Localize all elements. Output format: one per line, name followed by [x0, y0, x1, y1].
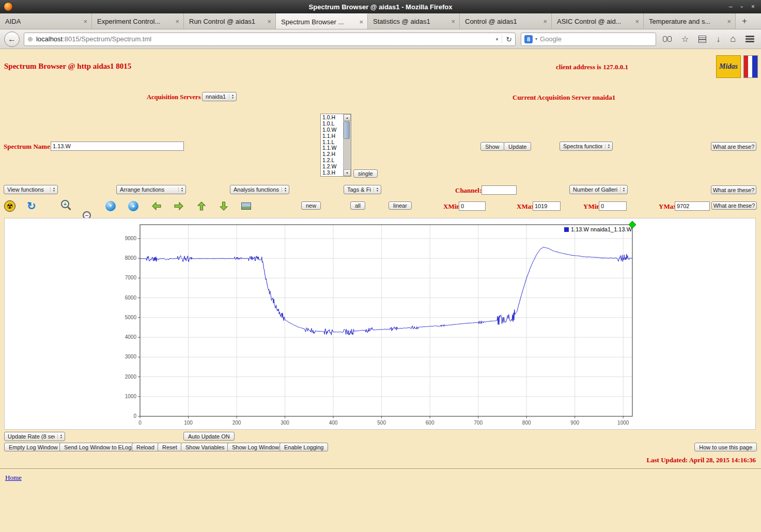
tags-fits-select[interactable]: Tags & Fits ▲▼ [344, 185, 381, 194]
tab-close-icon[interactable]: × [267, 18, 271, 25]
tab-label: Statistics @ aidas1 [373, 18, 430, 25]
ymax-input[interactable] [675, 201, 710, 211]
close-button[interactable]: × [751, 3, 755, 10]
window-titlebar: Spectrum Browser @ aidas1 - Mozilla Fire… [0, 0, 761, 13]
tab-close-icon[interactable]: × [359, 18, 363, 26]
gallery-icon[interactable] [241, 199, 251, 213]
tab-bar: AIDA × Experiment Control... × Run Contr… [0, 13, 761, 29]
find-icon[interactable] [663, 36, 672, 42]
reload-icon[interactable]: ↻ [502, 35, 512, 43]
tab-temperature[interactable]: Temperature and s... × [644, 13, 736, 29]
svg-text:1.13.W nnaida1_1.13.W: 1.13.W nnaida1_1.13.W [571, 226, 632, 232]
spectrum-option[interactable]: 1.0.L [322, 121, 343, 127]
tab-control[interactable]: Control @ aidas1 × [460, 13, 552, 29]
tab-close-icon[interactable]: × [635, 18, 639, 25]
url-bar[interactable]: ⊕ localhost :8015/Spectrum/Spectrum.tml … [24, 33, 516, 46]
how-to-use-button[interactable]: How to use this page [694, 443, 757, 451]
back-button[interactable]: ← [4, 32, 20, 47]
reset-button[interactable]: Reset [158, 443, 182, 451]
spectrum-chart[interactable]: 0100200300400500600700800900100001000200… [4, 218, 756, 430]
ymin-label: YMin [583, 202, 600, 211]
what-are-these-button-1[interactable]: What are these? [711, 142, 756, 151]
show-log-window-button[interactable]: Show Log Window [227, 443, 284, 451]
spectrum-name-input[interactable] [51, 142, 184, 151]
up-arrow-icon[interactable] [196, 199, 207, 213]
home-link[interactable]: Home [5, 474, 22, 482]
spectrum-option[interactable]: 1.1.H [322, 133, 343, 139]
home-icon[interactable]: ⌂ [730, 34, 736, 44]
scroll-down-icon[interactable]: ▼ [344, 169, 351, 176]
radiation-icon[interactable]: ☢ [4, 199, 15, 213]
tab-aida[interactable]: AIDA × [0, 13, 92, 29]
spectrum-option[interactable]: 1.3.H [322, 170, 343, 176]
menu-icon[interactable] [746, 35, 754, 44]
auto-update-button[interactable]: Auto Update ON [183, 432, 235, 441]
show-button[interactable]: Show [480, 142, 504, 151]
tab-experiment-control[interactable]: Experiment Control... × [92, 13, 184, 29]
spectra-functions-select[interactable]: Spectra functions ▲▼ [560, 142, 613, 151]
enable-logging-button[interactable]: Enable Logging [279, 443, 328, 451]
show-variables-button[interactable]: Show Variables [181, 443, 229, 451]
listbox-scrollbar[interactable]: ▲ ▼ [343, 114, 351, 176]
site-identity-icon[interactable]: ⊕ [27, 35, 33, 43]
new-tab-button[interactable]: + [736, 13, 753, 29]
search-bar[interactable]: 8 ▾ Google [521, 33, 656, 46]
xmin-input[interactable] [459, 201, 486, 211]
tab-run-control[interactable]: Run Control @ aidas1 × [184, 13, 276, 29]
single-button[interactable]: single [353, 169, 378, 178]
tab-statistics[interactable]: Statistics @ aidas1 × [368, 13, 460, 29]
tab-asic-control[interactable]: ASIC Control @ aid... × [552, 13, 644, 29]
channel-input[interactable] [482, 185, 517, 195]
minimize-button[interactable]: – [729, 3, 733, 10]
down-arrow-icon[interactable] [219, 199, 229, 213]
previous-arrow-icon[interactable] [151, 199, 162, 213]
analysis-functions-select[interactable]: Analysis functions ▲▼ [230, 185, 289, 194]
svg-text:1000: 1000 [617, 420, 629, 426]
linear-button[interactable]: linear [389, 201, 412, 210]
spectrum-option[interactable]: 1.0.W [322, 127, 343, 133]
bookmarks-panel-icon[interactable] [698, 36, 706, 43]
update-rate-select[interactable]: Update Rate (8 secs) ▲▼ [4, 432, 65, 441]
xmax-input[interactable] [533, 201, 561, 211]
bookmark-star-icon[interactable]: ☆ [681, 34, 689, 44]
url-dropdown-icon[interactable]: ▾ [492, 37, 502, 42]
reload-button[interactable]: Reload [132, 443, 159, 451]
midas-logo[interactable]: Midas [716, 55, 741, 78]
search-engine-icon[interactable]: 8 [524, 35, 533, 43]
arrange-functions-select[interactable]: Arrange functions ▲▼ [116, 185, 186, 194]
update-button[interactable]: Update [504, 142, 531, 151]
new-button[interactable]: new [301, 201, 321, 210]
ymin-input[interactable] [599, 201, 627, 211]
all-button[interactable]: all [350, 201, 365, 210]
tab-close-icon[interactable]: × [451, 18, 455, 25]
tab-close-icon[interactable]: × [83, 18, 87, 25]
what-are-these-button-2[interactable]: What are these? [711, 185, 756, 194]
what-are-these-button-3[interactable]: What are these? [711, 201, 757, 210]
next-arrow-icon[interactable] [174, 199, 184, 213]
maximize-button[interactable]: ▫ [741, 3, 743, 10]
page-title: Spectrum Browser @ http aidas1 8015 [4, 62, 131, 71]
acquisition-server-select[interactable]: nnaida1 ▲▼ [202, 92, 237, 101]
select-arrows-icon: ▲▼ [605, 144, 611, 149]
scrollbar-thumb[interactable] [344, 121, 350, 139]
refresh-icon[interactable]: ↻ [27, 199, 36, 213]
tab-spectrum-browser[interactable]: Spectrum Browser ... × [276, 13, 368, 29]
view-functions-select[interactable]: View functions ▲▼ [4, 185, 58, 194]
tab-close-icon[interactable]: × [543, 18, 547, 25]
facility-logo[interactable] [743, 55, 758, 78]
scroll-up-icon[interactable]: ▲ [344, 114, 351, 121]
tab-close-icon[interactable]: × [175, 18, 179, 25]
blue-up-arrow-icon[interactable]: ▲ [128, 199, 138, 213]
blue-down-arrow-icon[interactable]: ▼ [105, 199, 116, 213]
number-of-galleries-select[interactable]: Number of Galleries ▲▼ [569, 185, 628, 194]
scrollbar-track[interactable] [344, 121, 351, 169]
tab-close-icon[interactable]: × [727, 18, 731, 25]
empty-log-window-button[interactable]: Empty Log Window [4, 443, 63, 451]
send-log-window-button[interactable]: Send Log Window to ELog [59, 443, 136, 451]
zoom-in-icon[interactable]: + [60, 199, 72, 211]
tab-label: Spectrum Browser ... [281, 18, 344, 26]
spectrum-listbox[interactable]: 1.0.H1.0.L1.0.W1.1.H1.1.L1.1.W1.2.H1.2.L… [320, 114, 351, 177]
downloads-icon[interactable]: ↓ [716, 35, 720, 44]
svg-text:0: 0 [138, 420, 142, 426]
search-engine-dropdown-icon[interactable]: ▾ [535, 37, 537, 41]
